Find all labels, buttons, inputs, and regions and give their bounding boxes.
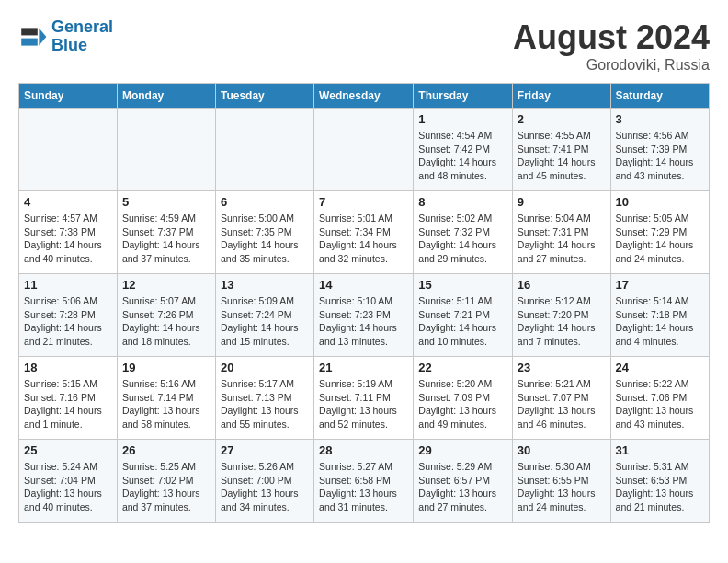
day-info: Sunrise: 5:12 AMSunset: 7:20 PMDaylight:…: [518, 294, 606, 349]
calendar-cell: 23Sunrise: 5:21 AMSunset: 7:07 PMDayligh…: [512, 357, 610, 440]
calendar-cell: 17Sunrise: 5:14 AMSunset: 7:18 PMDayligh…: [610, 274, 709, 357]
calendar-header: SundayMondayTuesdayWednesdayThursdayFrid…: [19, 84, 710, 109]
logo-icon: [18, 22, 48, 52]
calendar-cell: 4Sunrise: 4:57 AMSunset: 7:38 PMDaylight…: [19, 191, 118, 274]
day-number: 3: [616, 112, 704, 126]
day-info: Sunrise: 4:54 AMSunset: 7:42 PMDaylight:…: [418, 129, 507, 183]
day-info: Sunrise: 5:21 AMSunset: 7:07 PMDaylight:…: [518, 377, 606, 431]
logo-text: General Blue: [51, 18, 113, 55]
day-info: Sunrise: 5:26 AMSunset: 7:00 PMDaylight:…: [221, 460, 309, 514]
day-number: 11: [24, 278, 112, 292]
calendar-cell: 13Sunrise: 5:09 AMSunset: 7:24 PMDayligh…: [215, 274, 313, 357]
day-number: 15: [418, 278, 507, 292]
day-number: 29: [418, 443, 507, 457]
day-info: Sunrise: 5:15 AMSunset: 7:16 PMDaylight:…: [24, 377, 112, 431]
calendar-cell: 24Sunrise: 5:22 AMSunset: 7:06 PMDayligh…: [610, 357, 709, 440]
calendar-cell: 26Sunrise: 5:25 AMSunset: 7:02 PMDayligh…: [117, 440, 215, 523]
day-info: Sunrise: 5:19 AMSunset: 7:11 PMDaylight:…: [319, 377, 408, 431]
weekday-header-monday: Monday: [117, 84, 215, 109]
weekday-header-row: SundayMondayTuesdayWednesdayThursdayFrid…: [19, 84, 710, 109]
day-number: 21: [319, 361, 408, 374]
weekday-header-thursday: Thursday: [414, 84, 513, 109]
calendar-cell: 22Sunrise: 5:20 AMSunset: 7:09 PMDayligh…: [414, 357, 513, 440]
day-info: Sunrise: 5:11 AMSunset: 7:21 PMDaylight:…: [418, 294, 507, 349]
calendar-week-5: 25Sunrise: 5:24 AMSunset: 7:04 PMDayligh…: [19, 440, 710, 523]
day-info: Sunrise: 5:25 AMSunset: 7:02 PMDaylight:…: [122, 460, 210, 514]
day-info: Sunrise: 5:22 AMSunset: 7:06 PMDaylight:…: [616, 377, 704, 431]
day-info: Sunrise: 5:06 AMSunset: 7:28 PMDaylight:…: [24, 294, 112, 349]
day-info: Sunrise: 5:09 AMSunset: 7:24 PMDaylight:…: [221, 294, 309, 349]
day-info: Sunrise: 5:00 AMSunset: 7:35 PMDaylight:…: [221, 212, 309, 266]
day-info: Sunrise: 5:20 AMSunset: 7:09 PMDaylight:…: [418, 377, 507, 431]
calendar-cell: 7Sunrise: 5:01 AMSunset: 7:34 PMDaylight…: [314, 191, 414, 274]
day-number: 13: [221, 278, 309, 292]
weekday-header-tuesday: Tuesday: [215, 84, 313, 109]
day-info: Sunrise: 5:02 AMSunset: 7:32 PMDaylight:…: [418, 212, 507, 266]
calendar-cell: [314, 109, 414, 191]
svg-rect-3: [21, 38, 38, 45]
calendar-cell: 9Sunrise: 5:04 AMSunset: 7:31 PMDaylight…: [512, 191, 610, 274]
calendar-cell: 5Sunrise: 4:59 AMSunset: 7:37 PMDaylight…: [117, 191, 215, 274]
day-number: 25: [24, 443, 112, 457]
calendar-cell: 19Sunrise: 5:16 AMSunset: 7:14 PMDayligh…: [117, 357, 215, 440]
day-info: Sunrise: 5:01 AMSunset: 7:34 PMDaylight:…: [319, 212, 408, 266]
logo-blue: Blue: [51, 36, 87, 54]
day-info: Sunrise: 5:16 AMSunset: 7:14 PMDaylight:…: [122, 377, 210, 431]
day-number: 9: [518, 195, 606, 209]
calendar-week-1: 1Sunrise: 4:54 AMSunset: 7:42 PMDaylight…: [19, 109, 710, 191]
calendar-cell: 25Sunrise: 5:24 AMSunset: 7:04 PMDayligh…: [19, 440, 118, 523]
month-title: August 2024: [513, 18, 710, 57]
day-info: Sunrise: 4:55 AMSunset: 7:41 PMDaylight:…: [518, 129, 606, 183]
logo-general: General: [51, 17, 113, 36]
calendar-cell: 27Sunrise: 5:26 AMSunset: 7:00 PMDayligh…: [215, 440, 313, 523]
day-number: 2: [518, 112, 606, 126]
weekday-header-sunday: Sunday: [19, 84, 118, 109]
day-number: 16: [518, 278, 606, 292]
day-info: Sunrise: 5:10 AMSunset: 7:23 PMDaylight:…: [319, 294, 408, 349]
calendar-week-4: 18Sunrise: 5:15 AMSunset: 7:16 PMDayligh…: [19, 357, 710, 440]
calendar-cell: 28Sunrise: 5:27 AMSunset: 6:58 PMDayligh…: [314, 440, 414, 523]
calendar-cell: 14Sunrise: 5:10 AMSunset: 7:23 PMDayligh…: [314, 274, 414, 357]
day-info: Sunrise: 5:04 AMSunset: 7:31 PMDaylight:…: [518, 212, 606, 266]
day-info: Sunrise: 5:31 AMSunset: 6:53 PMDaylight:…: [616, 460, 704, 514]
day-number: 12: [122, 278, 210, 292]
day-info: Sunrise: 5:29 AMSunset: 6:57 PMDaylight:…: [418, 460, 507, 514]
calendar-cell: 21Sunrise: 5:19 AMSunset: 7:11 PMDayligh…: [314, 357, 414, 440]
day-info: Sunrise: 4:56 AMSunset: 7:39 PMDaylight:…: [616, 129, 704, 183]
day-number: 8: [418, 195, 507, 209]
day-number: 27: [221, 443, 309, 457]
day-number: 23: [518, 361, 606, 374]
day-number: 24: [616, 361, 704, 374]
day-number: 26: [122, 443, 210, 457]
calendar-cell: [117, 109, 215, 191]
calendar-cell: 16Sunrise: 5:12 AMSunset: 7:20 PMDayligh…: [512, 274, 610, 357]
calendar-cell: 6Sunrise: 5:00 AMSunset: 7:35 PMDaylight…: [215, 191, 313, 274]
day-info: Sunrise: 5:24 AMSunset: 7:04 PMDaylight:…: [24, 460, 112, 514]
calendar-cell: 18Sunrise: 5:15 AMSunset: 7:16 PMDayligh…: [19, 357, 118, 440]
day-number: 18: [24, 361, 112, 374]
weekday-header-saturday: Saturday: [610, 84, 709, 109]
calendar-cell: 20Sunrise: 5:17 AMSunset: 7:13 PMDayligh…: [215, 357, 313, 440]
day-number: 4: [24, 195, 112, 209]
day-info: Sunrise: 5:14 AMSunset: 7:18 PMDaylight:…: [616, 294, 704, 349]
day-info: Sunrise: 5:17 AMSunset: 7:13 PMDaylight:…: [221, 377, 309, 431]
calendar-cell: [19, 109, 118, 191]
day-info: Sunrise: 5:30 AMSunset: 6:55 PMDaylight:…: [518, 460, 606, 514]
logo: General Blue: [18, 18, 113, 55]
calendar-cell: [215, 109, 313, 191]
calendar-cell: 8Sunrise: 5:02 AMSunset: 7:32 PMDaylight…: [414, 191, 513, 274]
calendar-cell: 31Sunrise: 5:31 AMSunset: 6:53 PMDayligh…: [610, 440, 709, 523]
day-info: Sunrise: 4:57 AMSunset: 7:38 PMDaylight:…: [24, 212, 112, 266]
calendar-table: SundayMondayTuesdayWednesdayThursdayFrid…: [18, 83, 710, 523]
day-number: 19: [122, 361, 210, 374]
calendar-cell: 1Sunrise: 4:54 AMSunset: 7:42 PMDaylight…: [414, 109, 513, 191]
day-number: 5: [122, 195, 210, 209]
page-header: General Blue August 2024 Gorodoviki, Rus…: [18, 18, 710, 74]
calendar-cell: 15Sunrise: 5:11 AMSunset: 7:21 PMDayligh…: [414, 274, 513, 357]
calendar-cell: 2Sunrise: 4:55 AMSunset: 7:41 PMDaylight…: [512, 109, 610, 191]
day-number: 14: [319, 278, 408, 292]
calendar-week-2: 4Sunrise: 4:57 AMSunset: 7:38 PMDaylight…: [19, 191, 710, 274]
day-number: 22: [418, 361, 507, 374]
day-number: 17: [616, 278, 704, 292]
calendar-cell: 10Sunrise: 5:05 AMSunset: 7:29 PMDayligh…: [610, 191, 709, 274]
